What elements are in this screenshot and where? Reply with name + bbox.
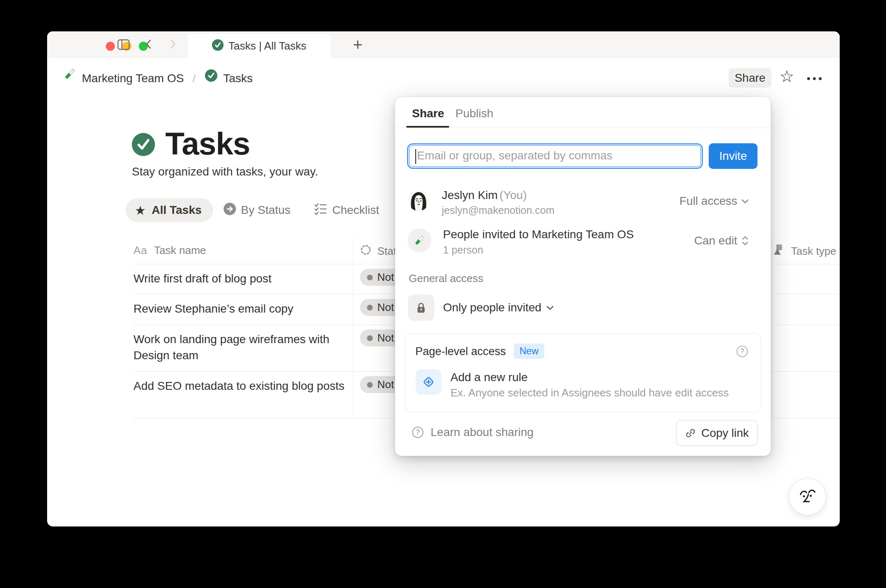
chevron-up-down-icon [741, 235, 750, 247]
more-options-icon[interactable]: ••• [807, 72, 824, 85]
task-name[interactable]: Write first draft of blog post [133, 270, 346, 287]
chevron-down-icon [545, 303, 555, 312]
view-tab-checklist[interactable]: Checklist [314, 198, 379, 222]
breadcrumb-workspace[interactable]: Marketing Team OS [82, 72, 184, 85]
group-name: People invited to Marketing Team OS [443, 228, 634, 241]
access-level-label: Can edit [694, 234, 737, 247]
copy-link-label: Copy link [701, 427, 749, 440]
add-rule-diamond-plus-icon [416, 369, 441, 395]
status-dot-icon [367, 305, 373, 311]
notion-window: Tasks | All Tasks + Marketing Team OS / … [47, 31, 840, 526]
column-header-label: Task type [791, 245, 836, 258]
dialog-tab-publish[interactable]: Publish [455, 107, 493, 120]
page-subtitle: Stay organized with tasks, your way. [132, 165, 318, 178]
group-detail: 1 person [443, 244, 483, 256]
page-level-access-box: Page-level access New ? Add a new rule E… [405, 333, 761, 413]
access-dropdown-full-access[interactable]: Full access [679, 194, 750, 208]
star-filled-icon: ★ [135, 203, 146, 218]
view-tab-by-status[interactable]: By Status [224, 198, 291, 222]
task-name[interactable]: Work on landing page wireframes with Des… [133, 331, 346, 363]
link-icon [685, 427, 696, 439]
favorite-star-icon[interactable]: ☆ [779, 67, 794, 86]
copy-link-button[interactable]: Copy link [676, 420, 757, 446]
member-email: jeslyn@makenotion.com [442, 204, 555, 216]
column-divider [772, 237, 772, 418]
tab-check-circle-icon [212, 39, 224, 52]
email-input-field[interactable] [416, 147, 689, 165]
window-tab-bar: Tasks | All Tasks + [47, 31, 840, 58]
chevron-down-icon [741, 197, 750, 206]
text-property-icon: Aa [133, 244, 148, 257]
member-you-suffix: (You) [500, 189, 527, 202]
svg-text:?: ? [741, 348, 744, 355]
general-access-dropdown[interactable]: Only people invited [443, 294, 555, 321]
desktop-background: Tasks | All Tasks + Marketing Team OS / … [0, 0, 886, 588]
status-dot-icon [367, 382, 373, 388]
breadcrumb-page[interactable]: Tasks [223, 72, 253, 85]
new-tab-icon[interactable]: + [353, 36, 362, 54]
column-header-label: Task name [154, 244, 206, 257]
general-access-value: Only people invited [443, 301, 541, 314]
page-check-circle-icon [132, 133, 155, 158]
help-icon[interactable]: ? [736, 345, 748, 359]
checklist-icon [314, 203, 327, 218]
shapes-icon [774, 244, 785, 258]
view-tab-all-tasks[interactable]: ★ All Tasks [126, 198, 213, 222]
share-button[interactable]: Share [729, 68, 772, 88]
task-name[interactable]: Add SEO metadata to existing blog posts [133, 378, 346, 394]
sidebar-toggle-icon[interactable] [117, 39, 130, 52]
access-dropdown-can-edit[interactable]: Can edit [694, 234, 750, 247]
lock-icon [408, 294, 434, 321]
invite-button[interactable]: Invite [709, 143, 757, 169]
general-access-label: General access [409, 272, 483, 285]
task-name[interactable]: Review Stephanie’s email copy [133, 301, 346, 317]
page-level-access-title: Page-level access [415, 345, 506, 358]
breadcrumb-check-circle-icon [205, 69, 217, 83]
back-icon[interactable] [145, 39, 151, 51]
add-rule-button[interactable]: Add a new rule [450, 371, 528, 384]
view-tab-label: All Tasks [152, 204, 202, 217]
new-badge: New [514, 344, 544, 359]
learn-label: Learn about sharing [431, 426, 534, 439]
member-name-row: Jeslyn Kim (You) [442, 189, 527, 202]
status-dot-icon [367, 275, 373, 280]
view-tab-label: Checklist [332, 204, 379, 217]
access-level-label: Full access [679, 194, 737, 208]
view-tab-label: By Status [241, 204, 291, 217]
ai-face-icon [796, 486, 819, 508]
tab-title: Tasks | All Tasks [229, 40, 306, 52]
workspace-testtube-icon [63, 67, 77, 83]
forward-icon[interactable] [170, 39, 176, 51]
breadcrumb-separator: / [193, 72, 195, 85]
add-rule-example: Ex. Anyone selected in Assignees should … [450, 386, 729, 399]
status-spinner-icon [360, 244, 372, 258]
column-divider [353, 237, 354, 418]
invite-email-input[interactable] [407, 143, 703, 169]
dialog-tab-share[interactable]: Share [412, 107, 444, 120]
column-header-task-name[interactable]: Aa Task name [133, 244, 206, 257]
notion-ai-button[interactable] [789, 478, 826, 515]
status-dot-icon [367, 335, 373, 341]
dialog-divider [395, 128, 771, 128]
member-name: Jeslyn Kim [442, 189, 498, 202]
learn-about-sharing-link[interactable]: ? Learn about sharing [412, 426, 534, 439]
group-testtube-icon [407, 228, 431, 252]
status-arrow-icon [224, 203, 236, 218]
window-tab[interactable]: Tasks | All Tasks [188, 34, 331, 58]
question-circle-icon: ? [412, 426, 424, 439]
close-window-button[interactable] [106, 42, 115, 51]
svg-text:?: ? [416, 429, 420, 436]
page-title: Tasks [165, 126, 250, 161]
avatar [408, 190, 429, 213]
column-header-task-type[interactable]: Task type [774, 244, 836, 258]
share-dialog: Share Publish Invite [395, 97, 771, 456]
